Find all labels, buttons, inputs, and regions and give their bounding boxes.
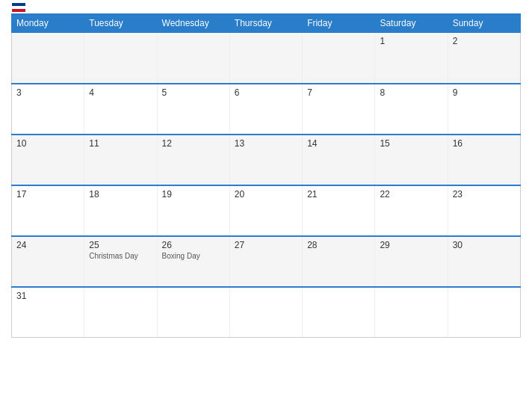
day-number: 5: [162, 87, 225, 98]
calendar-cell: [12, 33, 84, 84]
calendar-cell: 4: [84, 84, 157, 135]
calendar-cell: 7: [303, 84, 375, 135]
calendar-cell: 19: [157, 185, 229, 236]
day-number: 27: [235, 240, 297, 250]
day-number: 4: [89, 87, 152, 98]
calendar-week-row: 12: [12, 33, 521, 84]
calendar-cell: 14: [303, 135, 375, 185]
calendar-cell: [157, 33, 229, 84]
logo: [11, 3, 25, 12]
day-number: 3: [16, 87, 79, 98]
calendar-cell: 16: [448, 135, 520, 185]
calendar-week-row: 17181920212223: [12, 185, 521, 236]
day-number: 28: [307, 240, 370, 250]
day-number: 17: [16, 189, 79, 200]
calendar-week-row: 31: [12, 287, 521, 338]
calendar-cell: 18: [84, 185, 157, 236]
calendar-cell: 11: [84, 135, 157, 185]
calendar-cell: [448, 287, 520, 338]
calendar-cell: 5: [157, 84, 229, 135]
day-number: 21: [307, 189, 370, 200]
day-number: 15: [380, 138, 442, 149]
day-number: 24: [16, 240, 79, 250]
calendar-week-row: 2425Christmas Day26Boxing Day27282930: [12, 236, 521, 287]
calendar-cell: 22: [375, 185, 448, 236]
day-number: 11: [89, 138, 152, 149]
calendar-cell: [303, 33, 375, 84]
day-number: 20: [235, 189, 297, 200]
col-header-monday: Monday: [12, 14, 84, 33]
col-header-saturday: Saturday: [375, 14, 448, 33]
calendar-header-row: MondayTuesdayWednesdayThursdayFridaySatu…: [12, 14, 521, 33]
day-number: 30: [453, 240, 516, 250]
holiday-label: Christmas Day: [89, 252, 152, 260]
calendar-cell: [229, 287, 302, 338]
calendar-cell: 25Christmas Day: [84, 236, 157, 287]
day-number: 26: [162, 240, 225, 250]
col-header-wednesday: Wednesday: [157, 14, 229, 33]
calendar-cell: 1: [375, 33, 448, 84]
calendar-cell: 30: [448, 236, 520, 287]
day-number: 1: [380, 36, 442, 46]
day-number: 12: [162, 138, 225, 149]
calendar-cell: 31: [12, 287, 84, 338]
day-number: 8: [380, 87, 442, 98]
calendar-cell: 20: [229, 185, 302, 236]
calendar-cell: 6: [229, 84, 302, 135]
calendar-cell: 17: [12, 185, 84, 236]
calendar-cell: 3: [12, 84, 84, 135]
calendar-cell: 23: [448, 185, 520, 236]
col-header-tuesday: Tuesday: [84, 14, 157, 33]
svg-rect-1: [12, 6, 25, 9]
calendar-cell: 2: [448, 33, 520, 84]
calendar-week-row: 10111213141516: [12, 135, 521, 185]
calendar-table: MondayTuesdayWednesdayThursdayFridaySatu…: [11, 13, 521, 338]
calendar-week-row: 3456789: [12, 84, 521, 135]
calendar-cell: [303, 287, 375, 338]
calendar-cell: 27: [229, 236, 302, 287]
calendar-cell: 12: [157, 135, 229, 185]
calendar-cell: [84, 33, 157, 84]
calendar-cell: 8: [375, 84, 448, 135]
calendar-cell: 9: [448, 84, 520, 135]
logo-flag-icon: [12, 3, 25, 12]
calendar-cell: 24: [12, 236, 84, 287]
calendar-cell: [157, 287, 229, 338]
calendar-cell: 21: [303, 185, 375, 236]
calendar-cell: 15: [375, 135, 448, 185]
calendar-cell: [84, 287, 157, 338]
day-number: 23: [453, 189, 516, 200]
svg-rect-2: [12, 9, 25, 12]
day-number: 9: [453, 87, 516, 98]
day-number: 16: [453, 138, 516, 149]
day-number: 13: [235, 138, 297, 149]
holiday-label: Boxing Day: [162, 252, 225, 260]
calendar-cell: [229, 33, 302, 84]
calendar-page: MondayTuesdayWednesdayThursdayFridaySatu…: [0, 0, 532, 411]
calendar-cell: 13: [229, 135, 302, 185]
day-number: 10: [16, 138, 79, 149]
col-header-thursday: Thursday: [229, 14, 302, 33]
col-header-friday: Friday: [303, 14, 375, 33]
calendar-cell: [375, 287, 448, 338]
day-number: 7: [307, 87, 370, 98]
day-number: 19: [162, 189, 225, 200]
day-number: 29: [380, 240, 442, 250]
svg-rect-0: [12, 3, 25, 6]
calendar-cell: 29: [375, 236, 448, 287]
day-number: 18: [89, 189, 152, 200]
calendar-cell: 28: [303, 236, 375, 287]
day-number: 6: [235, 87, 297, 98]
day-number: 25: [89, 240, 152, 250]
calendar-cell: 10: [12, 135, 84, 185]
col-header-sunday: Sunday: [448, 14, 520, 33]
day-number: 14: [307, 138, 370, 149]
day-number: 31: [16, 291, 79, 301]
calendar-cell: 26Boxing Day: [157, 236, 229, 287]
day-number: 2: [453, 36, 516, 46]
day-number: 22: [380, 189, 442, 200]
